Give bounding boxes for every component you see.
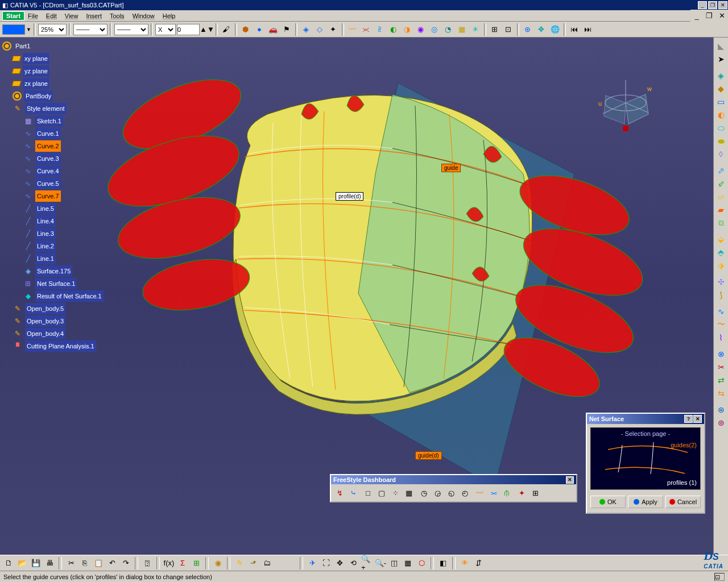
redo-icon[interactable]: ↷ <box>119 557 132 569</box>
fsdash-mesh-icon[interactable]: ⊞ <box>529 487 541 499</box>
swap-space-icon[interactable]: ⇵ <box>472 557 485 569</box>
rtool-6-icon[interactable]: ⬬ <box>715 135 727 147</box>
tree-line-0[interactable]: Line.5 <box>35 203 56 214</box>
rtool-12-icon[interactable]: ⧉ <box>715 217 727 229</box>
parent-close-button[interactable]: ✕ <box>718 1 727 9</box>
tree-body-0[interactable]: Open_body.5 <box>25 303 65 314</box>
fsdash-tension-icon[interactable]: 〰 <box>473 487 486 499</box>
rtool-17-icon[interactable]: ⟆ <box>715 289 727 301</box>
fsdash-cpt-icon[interactable]: ✦ <box>515 487 528 499</box>
tree-netsurf[interactable]: Net Surface.1 <box>35 278 77 289</box>
print-icon[interactable]: 🖶 <box>43 557 56 569</box>
3d-viewport[interactable]: profile(d) guide guide(d) w u Part1 xy p… <box>0 38 728 548</box>
netdlg-cancel-button[interactable]: Cancel <box>665 496 701 508</box>
start-menu[interactable]: Start <box>2 11 24 20</box>
rtool-13-icon[interactable]: ⬙ <box>715 233 727 246</box>
menu-file[interactable]: File <box>28 13 38 19</box>
rtool-4-icon[interactable]: ◐ <box>715 109 727 121</box>
tree-curve-1[interactable]: Curve.2 <box>35 140 61 152</box>
rtool-21-icon[interactable]: ⊗ <box>715 348 727 360</box>
parent-minimize-button[interactable]: _ <box>698 1 707 9</box>
freestyle-dashboard-dialog[interactable]: FreeStyle Dashboard✕ ↯ ⤷ □ ▢ ⁘ ▦ ◷ ◶ ◵ ◴… <box>330 474 577 502</box>
child-restore-button[interactable]: ❐ <box>703 10 715 22</box>
color-swatch[interactable] <box>2 24 25 35</box>
tree-curve-5[interactable]: Curve.7 <box>35 190 61 202</box>
fsdash-keep-icon[interactable]: ⤷ <box>347 487 359 499</box>
rtool-26-icon[interactable]: ⊚ <box>715 417 727 429</box>
sigma-icon[interactable]: Σ <box>176 557 189 569</box>
netdlg-preview[interactable]: - Selection page - guides(2) profiles (1… <box>590 427 701 490</box>
tree-sketch[interactable]: Sketch.1 <box>35 115 63 127</box>
tree-curve-4[interactable]: Curve.5 <box>35 178 61 189</box>
exit-wb-icon[interactable]: ⬏ <box>247 557 259 569</box>
rtool-5-icon[interactable]: ⬭ <box>715 122 727 134</box>
rtool-7-icon[interactable]: ◊ <box>715 148 727 160</box>
fsdash-close-button[interactable]: ✕ <box>566 476 574 484</box>
rtool-8-icon[interactable]: ⬀ <box>715 164 727 177</box>
tree-analysis[interactable]: Cutting Plane Analysis.1 <box>25 340 96 352</box>
whatsthis-icon[interactable]: ⍰ <box>141 557 154 569</box>
open-icon[interactable]: 📂 <box>16 557 28 569</box>
tree-body-1[interactable]: Open_body.3 <box>25 315 65 327</box>
tree-root[interactable]: Part1 <box>14 40 32 52</box>
zoom-select[interactable]: 25% <box>38 24 67 35</box>
tree-xy-plane[interactable]: xy plane <box>23 53 49 64</box>
undo-icon[interactable]: ↶ <box>106 557 118 569</box>
rtool-23-icon[interactable]: ⇄ <box>715 374 727 386</box>
rtool-18-icon[interactable]: ∿ <box>715 305 727 318</box>
netdlg-ok-button[interactable]: OK <box>590 496 626 508</box>
rtool-3-icon[interactable]: ▭ <box>715 95 727 108</box>
fsdash-dots-icon[interactable]: ⁘ <box>389 487 402 499</box>
net-surface-dialog[interactable]: Net Surface ?✕ - Selection page - guides… <box>586 413 705 514</box>
rtool-9-icon[interactable]: ⬃ <box>715 177 727 190</box>
pan-icon[interactable]: ✥ <box>333 557 346 569</box>
rotate-icon[interactable]: ⟲ <box>347 557 359 569</box>
netdlg-close-button[interactable]: ✕ <box>693 415 702 423</box>
rtool-14-icon[interactable]: ⬘ <box>715 246 727 259</box>
rtool-20-icon[interactable]: ⌇ <box>715 331 727 344</box>
zoom-out-icon[interactable]: 🔍- <box>374 557 387 569</box>
tree-surface[interactable]: Surface.175 <box>35 265 72 277</box>
select-arrow-icon[interactable]: ➤ <box>715 53 727 65</box>
fsdash-sq2-icon[interactable]: ▢ <box>375 487 388 499</box>
parent-maximize-button[interactable]: ❐ <box>708 1 717 9</box>
fsdash-datum-icon[interactable]: ↯ <box>333 487 346 499</box>
tree-yz-plane[interactable]: yz plane <box>23 65 49 77</box>
child-minimize-button[interactable]: _ <box>690 10 703 22</box>
tree-curve-0[interactable]: Curve.1 <box>35 128 61 139</box>
fsdash-order-icon[interactable]: ⫛ <box>500 487 513 499</box>
fsdash-dial2-icon[interactable]: ◶ <box>431 487 444 499</box>
design-table-icon[interactable]: ⊞ <box>190 557 202 569</box>
fsdash-sq1-icon[interactable]: □ <box>362 487 374 499</box>
normal-view-icon[interactable]: ◫ <box>388 557 400 569</box>
tree-curve-3[interactable]: Curve.4 <box>35 165 61 177</box>
tree-line-3[interactable]: Line.2 <box>35 240 56 252</box>
netdlg-help-button[interactable]: ? <box>684 415 693 423</box>
compass-gizmo[interactable]: w u <box>592 72 660 140</box>
flyto-icon[interactable]: ✈ <box>306 557 318 569</box>
fit-all-icon[interactable]: ⛶ <box>320 557 332 569</box>
tree-zx-plane[interactable]: zx plane <box>23 78 49 89</box>
netdlg-guides-label[interactable]: guides(2) <box>671 442 697 448</box>
rtool-25-icon[interactable]: ⊛ <box>715 404 727 416</box>
tree-partbody[interactable]: PartBody <box>24 90 53 102</box>
tree-line-4[interactable]: Line.1 <box>35 253 56 264</box>
paste-icon[interactable]: 📋 <box>92 557 105 569</box>
fsdash-contact-icon[interactable]: ⫘ <box>487 487 499 499</box>
rtool-24-icon[interactable]: ⇆ <box>715 387 727 400</box>
tree-body-2[interactable]: Open_body.4 <box>25 328 65 339</box>
iso-view-icon[interactable]: ⬡ <box>415 557 428 569</box>
new-icon[interactable]: 🗋 <box>2 557 15 569</box>
cut-icon[interactable]: ✂ <box>65 557 77 569</box>
fsdash-dial4-icon[interactable]: ◴ <box>458 487 471 499</box>
rtool-1-icon[interactable]: ◈ <box>715 69 727 82</box>
rtool-19-icon[interactable]: 〜 <box>715 318 727 331</box>
fsdash-dial1-icon[interactable]: ◷ <box>417 487 430 499</box>
tree-line-1[interactable]: Line.4 <box>35 215 56 227</box>
rtool-10-icon[interactable]: ▱ <box>715 190 727 203</box>
material-icon[interactable]: ◉ <box>212 557 224 569</box>
copy-icon[interactable]: ⎘ <box>78 557 91 569</box>
tree-result[interactable]: Result of Net Surface.1 <box>35 290 104 302</box>
netdlg-apply-button[interactable]: Apply <box>628 496 663 508</box>
fsdash-dial3-icon[interactable]: ◵ <box>445 487 457 499</box>
